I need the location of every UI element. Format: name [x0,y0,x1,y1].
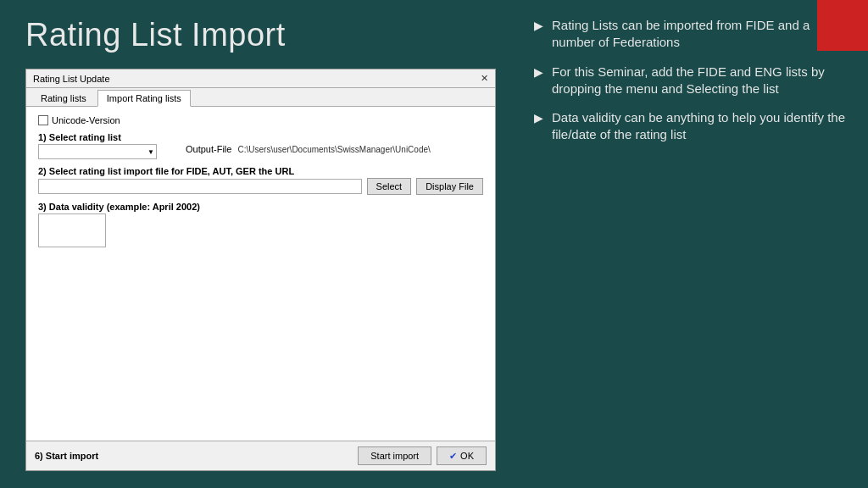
section3: 3) Data validity (example: April 2002) [38,202,483,247]
dialog-footer: 6) Start import Start import ✔ OK [26,441,495,470]
bullet-item-2: ▶ For this Seminar, add the FIDE and ENG… [534,64,851,98]
dialog-tabs: Rating lists Import Rating lists [26,88,495,107]
dialog-body: Unicode-Version 1) Select rating list ▼ … [26,107,495,441]
section2-label: 2) Select rating list import file for FI… [38,166,483,176]
rating-list-select[interactable]: ▼ [38,144,157,159]
unicode-checkbox-row: Unicode-Version [38,115,483,125]
section3-label: 3) Data validity (example: April 2002) [38,202,483,212]
start-import-button[interactable]: Start import [358,446,431,465]
file-row: Select Display File [38,178,483,195]
url-input[interactable] [38,179,362,194]
bullet-arrow-icon-3: ▶ [534,111,543,125]
tab-rating-lists[interactable]: Rating lists [31,90,96,106]
unicode-checkbox[interactable] [38,115,48,125]
output-file-label: Output-File [186,144,231,154]
section1: 1) Select rating list ▼ Output-File C:\U… [38,132,483,159]
left-panel: Rating List Import Rating List Update ✕ … [0,0,521,488]
bullet-text-3: Data validity can be anything to help yo… [552,109,851,144]
checkmark-icon: ✔ [449,451,457,462]
slide-title: Rating List Import [25,17,496,53]
close-icon[interactable]: ✕ [481,73,488,84]
footer-label: 6) Start import [35,451,98,461]
bullet-item-3: ▶ Data validity can be anything to help … [534,109,851,144]
unicode-label: Unicode-Version [52,115,120,125]
dialog-titlebar: Rating List Update ✕ [26,69,495,88]
dialog-title: Rating List Update [33,74,110,84]
validity-input[interactable] [38,214,106,247]
right-panel: ▶ Rating Lists can be imported from FIDE… [521,0,868,488]
display-file-button[interactable]: Display File [416,178,483,195]
footer-buttons: Start import ✔ OK [358,446,487,465]
tab-import-rating-lists[interactable]: Import Rating lists [97,90,191,107]
select-row: ▼ [38,144,157,159]
section1-label: 1) Select rating list [38,132,483,142]
dropdown-arrow-icon: ▼ [147,148,154,156]
bullet-text-2: For this Seminar, add the FIDE and ENG l… [552,64,851,98]
bullet-arrow-icon-2: ▶ [534,65,543,79]
bullet-text-1: Rating Lists can be imported from FIDE a… [552,17,851,52]
ok-button[interactable]: ✔ OK [437,446,487,465]
red-corner-decoration [817,0,868,51]
output-area: ▼ Output-File C:\Users\user\Documents\Sw… [38,144,483,159]
bullet-item-1: ▶ Rating Lists can be imported from FIDE… [534,17,851,52]
select-button[interactable]: Select [367,178,412,195]
ok-label: OK [460,451,474,461]
dialog-wrapper: Rating List Update ✕ Rating lists Import… [25,69,496,471]
section2: 2) Select rating list import file for FI… [38,166,483,195]
bullet-arrow-icon-1: ▶ [534,19,543,32]
output-path: C:\Users\user\Documents\SwissManager\Uni… [237,145,430,154]
